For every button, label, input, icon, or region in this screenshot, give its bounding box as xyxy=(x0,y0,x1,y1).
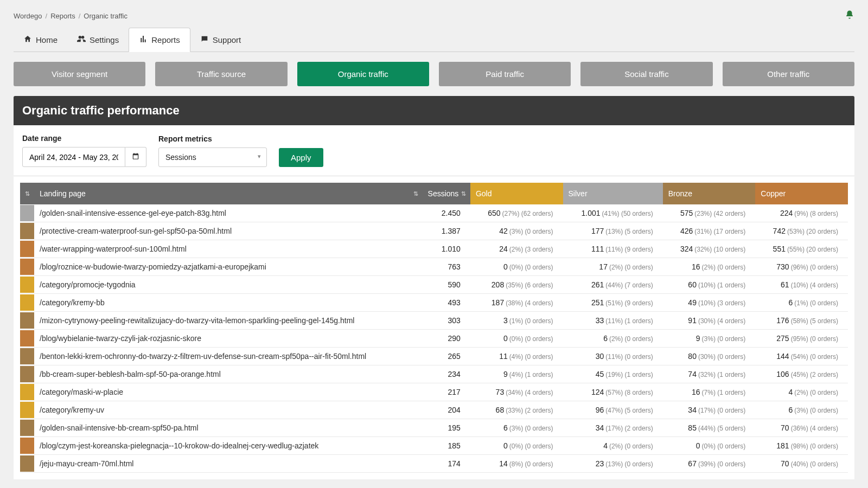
col-sessions[interactable]: Sessions⇅ xyxy=(423,183,470,204)
cell-silver: 251(51%) (9 orders) xyxy=(563,294,663,312)
tab-label: Reports xyxy=(151,35,180,44)
cell-landing-page[interactable]: /golden-snail-intensive-bb-cream-spf50-p… xyxy=(34,419,423,437)
col-silver[interactable]: Silver xyxy=(563,183,663,204)
row-swatch xyxy=(20,312,34,330)
table-row: /protective-cream-waterproof-sun-gel-spf… xyxy=(20,222,848,240)
breadcrumb-link[interactable]: Organic traffic xyxy=(84,12,127,20)
report-metrics-select[interactable]: Sessions xyxy=(158,147,267,167)
tab-label: Settings xyxy=(90,35,119,44)
breadcrumb-link[interactable]: Reports xyxy=(50,12,75,20)
cell-landing-page[interactable]: /category/maski-w-placie xyxy=(34,383,423,401)
pill-organic-traffic[interactable]: Organic traffic xyxy=(297,62,429,86)
cell-gold: 73(34%) (4 orders) xyxy=(470,383,563,401)
tab-home[interactable]: Home xyxy=(14,28,67,52)
row-swatch xyxy=(20,240,34,258)
cell-silver: 30(11%) (0 orders) xyxy=(563,348,663,365)
cell-bronze: 85(44%) (5 orders) xyxy=(663,419,756,437)
cell-gold: 187(38%) (4 orders) xyxy=(470,294,563,312)
cell-copper: 176(58%) (5 orders) xyxy=(755,312,848,330)
table-row: /blog/roznice-w-budowie-twarzy-pomiedzy-… xyxy=(20,258,848,276)
cell-bronze: 9(3%) (0 orders) xyxy=(663,330,756,348)
users-icon xyxy=(77,35,86,45)
cell-bronze: 324(32%) (10 orders) xyxy=(663,240,756,258)
table-row: /category/promocje-tygodnia590208(35%) (… xyxy=(20,276,848,294)
cell-landing-page[interactable]: /blog/czym-jest-koreanska-pielegnacja--1… xyxy=(34,437,423,455)
cell-landing-page[interactable]: /blog/wybielanie-twarzy-czyli-jak-rozjas… xyxy=(34,330,423,348)
table-row: /water-wrapping-waterproof-sun-100ml.htm… xyxy=(20,240,848,258)
cell-sessions: 493 xyxy=(423,294,470,312)
tab-reports[interactable]: Reports xyxy=(129,28,190,52)
cell-bronze: 0(0%) (0 orders) xyxy=(663,437,756,455)
cell-sessions: 1.387 xyxy=(423,222,470,240)
performance-table: ⇅ Landing page⇅ Sessions⇅ Gold Silver Br… xyxy=(20,183,848,473)
cell-copper: 4(2%) (0 orders) xyxy=(755,383,848,401)
table-row: /mizon-cytrynowy-peeling-rewitalizujacy-… xyxy=(20,312,848,330)
notification-bell-icon[interactable] xyxy=(845,10,854,22)
cell-landing-page[interactable]: /category/kremy-bb xyxy=(34,294,423,312)
cell-gold: 6(3%) (0 orders) xyxy=(470,419,563,437)
cell-silver: 33(11%) (1 orders) xyxy=(563,312,663,330)
cell-landing-page[interactable]: /jeju-mayu-cream-70ml.html xyxy=(34,455,423,473)
cell-landing-page[interactable]: /blog/roznice-w-budowie-twarzy-pomiedzy-… xyxy=(34,258,423,276)
col-copper[interactable]: Copper xyxy=(755,183,848,204)
cell-copper: 106(45%) (2 orders) xyxy=(755,365,848,383)
cell-silver: 34(17%) (2 orders) xyxy=(563,419,663,437)
cell-sessions: 763 xyxy=(423,258,470,276)
tab-support[interactable]: Support xyxy=(190,28,251,52)
col-bronze[interactable]: Bronze xyxy=(663,183,756,204)
cell-landing-page[interactable]: /benton-lekki-krem-ochronny-do-twarzy-z-… xyxy=(34,348,423,365)
row-swatch xyxy=(20,222,34,240)
tab-label: Support xyxy=(213,35,241,44)
table-row: /benton-lekki-krem-ochronny-do-twarzy-z-… xyxy=(20,348,848,365)
cell-landing-page[interactable]: /protective-cream-waterproof-sun-gel-spf… xyxy=(34,222,423,240)
pill-paid-traffic[interactable]: Paid traffic xyxy=(439,62,571,86)
breadcrumb-link[interactable]: Wordego xyxy=(14,12,42,20)
cell-landing-page[interactable]: /mizon-cytrynowy-peeling-rewitalizujacy-… xyxy=(34,312,423,330)
cell-bronze: 16(2%) (0 orders) xyxy=(663,258,756,276)
calendar-button[interactable] xyxy=(125,147,146,167)
pill-other-traffic[interactable]: Other traffic xyxy=(723,62,854,86)
table-row: /category/maski-w-placie21773(34%) (4 or… xyxy=(20,383,848,401)
cell-silver: 6(2%) (0 orders) xyxy=(563,330,663,348)
col-landing-page[interactable]: Landing page⇅ xyxy=(34,183,423,204)
col-swatch[interactable]: ⇅ xyxy=(20,183,34,204)
cell-landing-page[interactable]: /category/promocje-tygodnia xyxy=(34,276,423,294)
cell-landing-page[interactable]: /golden-snail-intensive-essence-gel-eye-… xyxy=(34,204,423,222)
cell-gold: 0(0%) (0 orders) xyxy=(470,258,563,276)
pill-visitor-segment[interactable]: Visitor segment xyxy=(14,62,145,86)
sort-icon: ⇅ xyxy=(413,190,418,197)
col-gold[interactable]: Gold xyxy=(470,183,563,204)
cell-bronze: 49(10%) (3 orders) xyxy=(663,294,756,312)
report-pills: Visitor segmentTraffic sourceOrganic tra… xyxy=(14,62,854,86)
table-row: /category/kremy-uv20468(33%) (2 orders)9… xyxy=(20,401,848,419)
pill-social-traffic[interactable]: Social traffic xyxy=(580,62,712,86)
cell-gold: 68(33%) (2 orders) xyxy=(470,401,563,419)
cell-copper: 224(9%) (8 orders) xyxy=(755,204,848,222)
cell-gold: 14(8%) (0 orders) xyxy=(470,455,563,473)
cell-bronze: 575(23%) (42 orders) xyxy=(663,204,756,222)
row-swatch xyxy=(20,294,34,312)
cell-copper: 742(53%) (20 orders) xyxy=(755,222,848,240)
cell-silver: 1.001(41%) (50 orders) xyxy=(563,204,663,222)
cell-landing-page[interactable]: /water-wrapping-waterproof-sun-100ml.htm… xyxy=(34,240,423,258)
cell-landing-page[interactable]: /bb-cream-super-beblesh-balm-spf-50-pa-o… xyxy=(34,365,423,383)
cell-gold: 9(4%) (1 orders) xyxy=(470,365,563,383)
cell-gold: 11(4%) (0 orders) xyxy=(470,348,563,365)
cell-copper: 144(54%) (0 orders) xyxy=(755,348,848,365)
apply-button[interactable]: Apply xyxy=(279,148,323,167)
cell-sessions: 234 xyxy=(423,365,470,383)
home-icon xyxy=(23,35,32,45)
cell-bronze: 34(17%) (0 orders) xyxy=(663,401,756,419)
tab-settings[interactable]: Settings xyxy=(67,28,129,52)
row-swatch xyxy=(20,437,34,455)
nav-tabs: HomeSettingsReportsSupport xyxy=(14,28,854,52)
cell-gold: 0(0%) (0 orders) xyxy=(470,437,563,455)
cell-silver: 45(19%) (1 orders) xyxy=(563,365,663,383)
cell-gold: 24(2%) (3 orders) xyxy=(470,240,563,258)
pill-traffic-source[interactable]: Traffic source xyxy=(155,62,287,86)
cell-landing-page[interactable]: /category/kremy-uv xyxy=(34,401,423,419)
date-range-input[interactable] xyxy=(22,147,125,167)
calendar-icon xyxy=(132,153,139,162)
cell-gold: 3(1%) (0 orders) xyxy=(470,312,563,330)
row-swatch xyxy=(20,330,34,348)
